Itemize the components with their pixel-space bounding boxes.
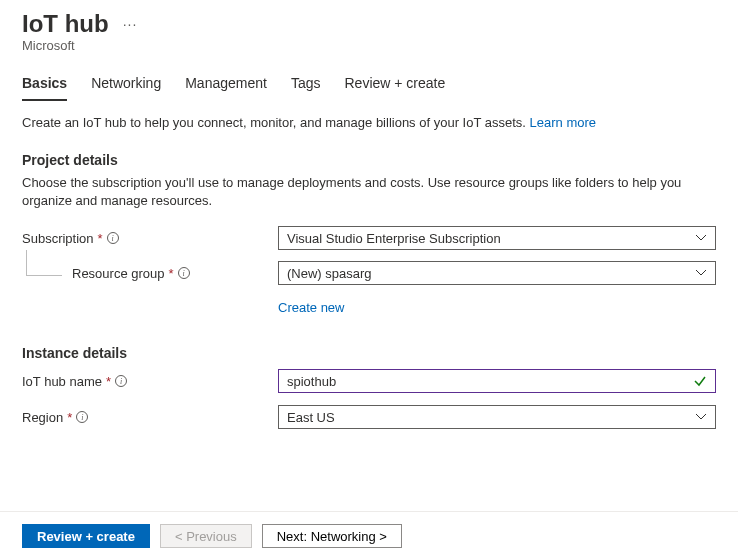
tab-tags[interactable]: Tags bbox=[291, 75, 321, 101]
info-icon[interactable]: i bbox=[115, 375, 127, 387]
resource-group-value: (New) spasarg bbox=[287, 266, 372, 281]
instance-details-heading: Instance details bbox=[22, 345, 716, 361]
resource-group-label: Resource group bbox=[72, 266, 165, 281]
project-details-heading: Project details bbox=[22, 152, 716, 168]
footer-bar: Review + create < Previous Next: Network… bbox=[0, 511, 738, 560]
learn-more-link[interactable]: Learn more bbox=[530, 115, 596, 130]
tab-management[interactable]: Management bbox=[185, 75, 267, 101]
info-icon[interactable]: i bbox=[107, 232, 119, 244]
more-icon[interactable]: ··· bbox=[123, 16, 138, 32]
required-marker: * bbox=[98, 231, 103, 246]
subscription-select[interactable]: Visual Studio Enterprise Subscription bbox=[278, 226, 716, 250]
project-details-desc: Choose the subscription you'll use to ma… bbox=[22, 174, 716, 210]
required-marker: * bbox=[67, 410, 72, 425]
info-icon[interactable]: i bbox=[178, 267, 190, 279]
region-label: Region bbox=[22, 410, 63, 425]
info-icon[interactable]: i bbox=[76, 411, 88, 423]
tab-review-create[interactable]: Review + create bbox=[344, 75, 445, 101]
subscription-value: Visual Studio Enterprise Subscription bbox=[287, 231, 501, 246]
region-select[interactable]: East US bbox=[278, 405, 716, 429]
required-marker: * bbox=[169, 266, 174, 281]
resource-group-select[interactable]: (New) spasarg bbox=[278, 261, 716, 285]
tab-networking[interactable]: Networking bbox=[91, 75, 161, 101]
subscription-label: Subscription bbox=[22, 231, 94, 246]
next-button[interactable]: Next: Networking > bbox=[262, 524, 402, 548]
intro-copy: Create an IoT hub to help you connect, m… bbox=[22, 115, 530, 130]
iot-hub-name-label: IoT hub name bbox=[22, 374, 102, 389]
tabs-bar: Basics Networking Management Tags Review… bbox=[0, 53, 738, 101]
chevron-down-icon bbox=[695, 412, 707, 423]
intro-text: Create an IoT hub to help you connect, m… bbox=[22, 115, 716, 130]
region-value: East US bbox=[287, 410, 335, 425]
required-marker: * bbox=[106, 374, 111, 389]
create-new-link[interactable]: Create new bbox=[278, 300, 344, 315]
previous-button: < Previous bbox=[160, 524, 252, 548]
chevron-down-icon bbox=[695, 233, 707, 244]
review-create-button[interactable]: Review + create bbox=[22, 524, 150, 548]
tab-basics[interactable]: Basics bbox=[22, 75, 67, 101]
page-title: IoT hub bbox=[22, 10, 109, 38]
chevron-down-icon bbox=[695, 268, 707, 279]
hierarchy-line bbox=[26, 250, 62, 276]
iot-hub-name-input[interactable] bbox=[287, 374, 693, 389]
publisher-subtitle: Microsoft bbox=[22, 38, 738, 53]
iot-hub-name-input-wrapper bbox=[278, 369, 716, 393]
valid-check-icon bbox=[693, 374, 707, 388]
